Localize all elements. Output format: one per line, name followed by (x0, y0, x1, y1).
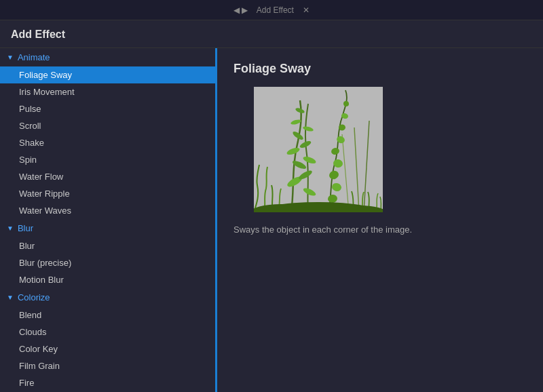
list-item-blur-precise[interactable]: Blur (precise) (0, 254, 215, 271)
category-animate[interactable]: ▼ Animate (0, 48, 215, 66)
dialog-body: ▼ Animate Foliage Sway Iris Movement Pul… (0, 48, 543, 392)
list-item-shake[interactable]: Shake (0, 134, 215, 151)
top-bar: ◀ ▶ Add Effect ✕ (0, 0, 543, 20)
category-colorize[interactable]: ▼ Colorize (0, 288, 215, 307)
left-panel: ▼ Animate Foliage Sway Iris Movement Pul… (0, 48, 217, 392)
list-item-color-key[interactable]: Color Key (0, 340, 215, 357)
effect-title: Foliage Sway (233, 62, 527, 76)
list-item-blend[interactable]: Blend (0, 307, 215, 324)
list-item-water-flow[interactable]: Water Flow (0, 168, 215, 185)
list-item-water-ripple[interactable]: Water Ripple (0, 185, 215, 202)
category-blur[interactable]: ▼ Blur (0, 219, 215, 237)
list-item-iris-movement[interactable]: Iris Movement (0, 83, 215, 100)
list-item-motion-blur[interactable]: Motion Blur (0, 271, 215, 288)
colorize-arrow: ▼ (7, 294, 14, 301)
top-bar-content: ◀ ▶ Add Effect ✕ (233, 5, 310, 15)
right-panel: Foliage Sway (217, 48, 543, 392)
effect-image (254, 87, 383, 212)
list-item-water-waves[interactable]: Water Waves (0, 202, 215, 219)
animate-label: Animate (18, 52, 50, 62)
blur-arrow: ▼ (7, 224, 14, 232)
list-item-pulse[interactable]: Pulse (0, 100, 215, 117)
top-bar-text: ◀ ▶ Add Effect ✕ (233, 5, 310, 15)
main-container: Add Effect ▼ Animate Foliage Sway Iris M… (0, 20, 543, 392)
dialog-header: Add Effect (0, 20, 543, 48)
dialog-title: Add Effect (11, 28, 65, 40)
blur-label: Blur (18, 223, 33, 233)
animate-arrow: ▼ (7, 54, 14, 61)
list-item-scroll[interactable]: Scroll (0, 117, 215, 134)
list-item-fire[interactable]: Fire (0, 374, 215, 391)
list-item-spin[interactable]: Spin (0, 151, 215, 168)
list-item-film-grain[interactable]: Film Grain (0, 357, 215, 374)
list-item-foliage-sway[interactable]: Foliage Sway (0, 66, 215, 83)
effect-description: Sways the object in each corner of the i… (233, 223, 527, 237)
colorize-label: Colorize (18, 292, 50, 302)
list-item-clouds[interactable]: Clouds (0, 324, 215, 340)
list-item-blur[interactable]: Blur (0, 237, 215, 254)
